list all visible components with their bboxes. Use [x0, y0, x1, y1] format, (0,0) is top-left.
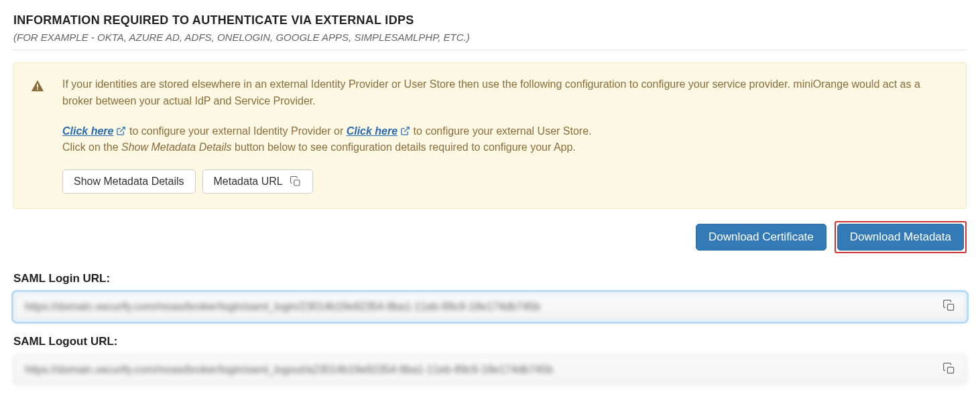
page-container: INFORMATION REQUIRED TO AUTHENTICATE VIA… — [13, 13, 967, 385]
alert-line4-italic: Show Metadata Details — [121, 141, 232, 153]
alert-button-row: Show Metadata Details Metadata URL — [62, 169, 950, 194]
copy-icon — [290, 176, 302, 188]
copy-saml-login-button[interactable] — [940, 297, 959, 318]
svg-rect-4 — [294, 180, 299, 186]
section-title: INFORMATION REQUIRED TO AUTHENTICATE VIA… — [13, 13, 967, 27]
title-divider — [13, 50, 967, 50]
saml-login-input-wrap — [13, 292, 967, 322]
configure-idp-link[interactable]: Click here — [62, 123, 126, 140]
alert-line4b: button below to see configuration detail… — [235, 141, 576, 153]
copy-icon — [942, 362, 956, 376]
download-certificate-button[interactable]: Download Certificate — [696, 224, 826, 251]
svg-line-2 — [121, 127, 125, 132]
svg-rect-5 — [948, 304, 954, 310]
svg-rect-1 — [37, 88, 38, 90]
svg-rect-6 — [948, 367, 954, 373]
download-metadata-button[interactable]: Download Metadata — [837, 224, 964, 251]
saml-login-url-input[interactable] — [13, 292, 967, 322]
copy-icon — [942, 299, 956, 313]
alert-text-end: to configure your external User Store. — [414, 125, 592, 137]
section-subtitle: (FOR EXAMPLE - OKTA, AZURE AD, ADFS, ONE… — [13, 31, 967, 43]
external-link-icon — [116, 126, 126, 136]
metadata-url-button[interactable]: Metadata URL — [202, 169, 313, 194]
button-label: Metadata URL — [214, 176, 283, 188]
link-label: Click here — [62, 123, 113, 140]
saml-logout-url-input[interactable] — [13, 355, 967, 385]
alert-text-mid: to configure your external Identity Prov… — [129, 125, 347, 137]
svg-line-3 — [404, 127, 409, 132]
saml-login-field-group: SAML Login URL: — [13, 272, 967, 322]
external-link-icon — [400, 126, 410, 136]
saml-logout-field-group: SAML Logout URL: — [13, 335, 967, 385]
configure-userstore-link[interactable]: Click here — [347, 123, 410, 140]
show-metadata-details-button[interactable]: Show Metadata Details — [62, 169, 196, 194]
alert-content: If your identities are stored elsewhere … — [62, 76, 950, 194]
alert-line4a: Click on the — [62, 141, 121, 153]
link-label: Click here — [347, 123, 397, 140]
info-alert: If your identities are stored elsewhere … — [13, 62, 967, 209]
saml-logout-input-wrap — [13, 355, 967, 385]
copy-saml-logout-button[interactable] — [940, 360, 959, 381]
button-label: Show Metadata Details — [74, 176, 184, 188]
saml-login-label: SAML Login URL: — [13, 272, 967, 285]
warning-icon — [30, 79, 45, 97]
highlight-box: Download Metadata — [835, 221, 967, 253]
download-actions-row: Download Certificate Download Metadata — [13, 221, 967, 253]
alert-text-line1: If your identities are stored elsewhere … — [62, 78, 790, 90]
saml-logout-label: SAML Logout URL: — [13, 335, 967, 348]
svg-rect-0 — [37, 84, 38, 87]
